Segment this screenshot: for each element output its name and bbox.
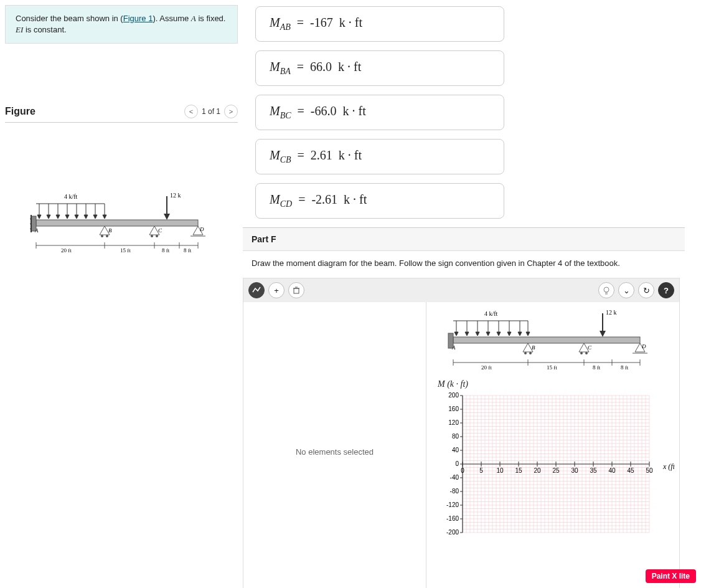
part-f-header: Part F <box>243 227 685 251</box>
svg-marker-70 <box>518 332 522 336</box>
figure-prev-button[interactable]: < <box>184 105 198 118</box>
svg-marker-60 <box>465 332 469 336</box>
problem-statement: Consider the beam shown in (Figure 1). A… <box>5 5 238 44</box>
svg-text:x (ft): x (ft) <box>662 462 674 471</box>
svg-marker-16 <box>103 215 106 219</box>
svg-marker-18 <box>164 214 170 220</box>
svg-marker-64 <box>486 332 490 336</box>
svg-text:C: C <box>158 227 162 234</box>
svg-text:20 ft: 20 ft <box>61 247 72 254</box>
svg-marker-4 <box>47 215 50 219</box>
svg-point-78 <box>524 352 527 354</box>
svg-text:D: D <box>641 343 646 349</box>
svg-text:45: 45 <box>627 467 634 474</box>
svg-text:160: 160 <box>448 405 459 412</box>
svg-text:-160: -160 <box>446 515 459 522</box>
svg-text:A: A <box>451 344 456 351</box>
figure-link[interactable]: Figure 1 <box>123 14 153 23</box>
dist-load-label: 4 k/ft <box>64 193 78 200</box>
svg-text:35: 35 <box>590 467 597 474</box>
svg-marker-6 <box>56 215 60 219</box>
drawing-toolbar: + ⌄ ↻ ? <box>243 278 679 302</box>
drawing-canvas[interactable]: 4 k/ft 12 k A B C D 20 ft 15 f <box>426 302 679 588</box>
point-load-label: 12 k <box>170 192 181 199</box>
svg-text:20: 20 <box>534 467 541 474</box>
paint-x-lite-badge: Paint X lite <box>646 569 696 583</box>
svg-text:4 k/ft: 4 k/ft <box>484 310 498 317</box>
drawing-panel: + ⌄ ↻ ? No elements selected <box>243 278 680 588</box>
answer-mab: MAB = -167 k · ft <box>255 6 504 42</box>
svg-point-30 <box>156 235 158 237</box>
svg-text:40: 40 <box>608 467 616 474</box>
svg-point-79 <box>529 352 532 354</box>
help-icon[interactable]: ? <box>658 282 674 298</box>
answer-mcd: MCD = -2.61 k · ft <box>255 183 504 219</box>
svg-marker-10 <box>75 215 78 219</box>
svg-text:D: D <box>199 226 204 232</box>
svg-marker-8 <box>65 215 69 219</box>
svg-text:B: B <box>532 344 535 351</box>
svg-marker-74 <box>600 331 606 337</box>
delete-element-button[interactable] <box>288 282 304 298</box>
svg-text:8 ft: 8 ft <box>184 247 192 254</box>
moment-chart[interactable]: M (k · ft) -200-160-120-80-4004080120160… <box>431 379 674 553</box>
svg-rect-75 <box>453 337 640 343</box>
svg-text:0: 0 <box>461 467 464 474</box>
svg-marker-62 <box>476 332 479 336</box>
svg-marker-2 <box>37 215 41 219</box>
answer-mba: MBA = 66.0 k · ft <box>255 50 504 86</box>
svg-point-82 <box>585 352 588 354</box>
svg-text:C: C <box>588 344 592 351</box>
chart-tool-icon[interactable] <box>248 282 265 298</box>
beam-figure: 4 k/ft 12 k A B C D 20 ft <box>30 191 223 260</box>
svg-text:40: 40 <box>452 447 459 453</box>
answer-mcb: MCB = 2.61 k · ft <box>255 139 504 174</box>
add-element-button[interactable]: + <box>268 282 285 298</box>
svg-text:50: 50 <box>646 467 653 474</box>
figure-nav: < 1 of 1 > <box>184 105 238 118</box>
svg-marker-66 <box>497 332 501 336</box>
svg-point-81 <box>580 352 583 354</box>
svg-text:A: A <box>34 227 39 234</box>
svg-point-29 <box>151 235 153 237</box>
part-f-instruction: Draw the moment diagram for the beam. Fo… <box>243 251 685 275</box>
svg-point-27 <box>106 235 108 237</box>
svg-marker-14 <box>93 215 97 219</box>
svg-text:5: 5 <box>479 467 483 474</box>
svg-text:-120: -120 <box>446 501 459 508</box>
svg-text:12 k: 12 k <box>606 309 617 316</box>
svg-marker-12 <box>84 215 88 219</box>
svg-text:-80: -80 <box>450 488 459 495</box>
figure-next-button[interactable]: > <box>224 105 238 118</box>
svg-text:8 ft: 8 ft <box>593 364 601 371</box>
svg-point-53 <box>604 287 609 292</box>
svg-text:120: 120 <box>448 419 459 426</box>
svg-text:80: 80 <box>452 433 459 440</box>
svg-marker-72 <box>526 332 530 336</box>
svg-text:0: 0 <box>455 460 459 467</box>
reset-icon[interactable]: ↻ <box>638 282 654 298</box>
svg-text:15 ft: 15 ft <box>120 247 131 254</box>
figure-title: Figure <box>5 106 35 117</box>
chevron-down-icon[interactable]: ⌄ <box>618 282 634 298</box>
svg-rect-19 <box>36 220 198 226</box>
svg-text:B: B <box>108 227 112 234</box>
chart-ylabel: M (k · ft) <box>438 379 674 389</box>
figure-page-indicator: 1 of 1 <box>202 107 220 116</box>
svg-text:15 ft: 15 ft <box>547 364 557 371</box>
svg-point-26 <box>101 235 103 237</box>
hint-icon[interactable] <box>598 282 614 298</box>
svg-text:10: 10 <box>496 467 504 474</box>
selection-info: No elements selected <box>243 302 426 588</box>
svg-text:8 ft: 8 ft <box>621 364 629 371</box>
svg-rect-50 <box>294 288 299 293</box>
answer-mbc: MBC = -66.0 k · ft <box>255 95 504 130</box>
svg-text:30: 30 <box>571 467 578 474</box>
svg-text:15: 15 <box>515 467 522 474</box>
svg-marker-58 <box>454 332 458 336</box>
svg-text:25: 25 <box>552 467 560 474</box>
svg-text:200: 200 <box>448 392 459 399</box>
svg-text:20 ft: 20 ft <box>481 364 492 371</box>
problem-text: Consider the beam shown in ( <box>16 14 123 23</box>
svg-text:-40: -40 <box>450 474 459 481</box>
